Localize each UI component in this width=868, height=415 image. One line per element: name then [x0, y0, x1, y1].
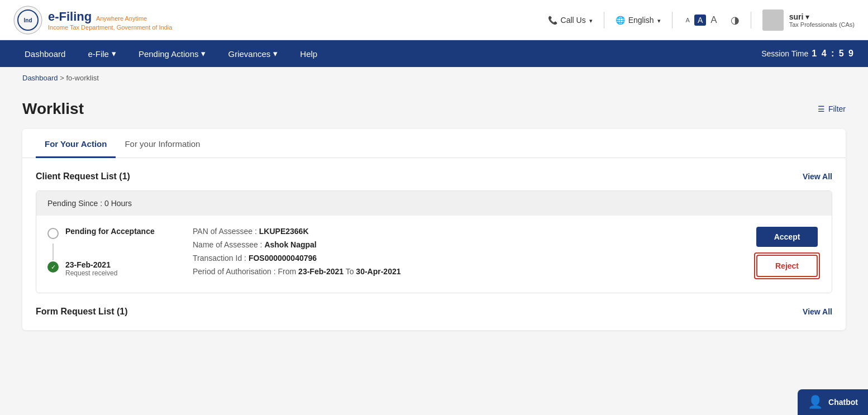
- user-chevron-icon: ▾: [805, 12, 809, 21]
- form-request-title: Form Request List (1): [36, 307, 127, 317]
- client-request-view-all[interactable]: View All: [803, 172, 832, 181]
- nav-efile[interactable]: e-File ▾: [77, 40, 127, 67]
- phone-icon: 📞: [548, 16, 557, 25]
- avatar: [762, 9, 784, 31]
- worklist-card: For Your Action For your Information Cli…: [22, 129, 846, 330]
- nav-grievances[interactable]: Grievances ▾: [217, 40, 289, 67]
- page-title: Worklist: [22, 100, 84, 118]
- grievances-chevron-icon: ▾: [273, 49, 278, 59]
- chatbot-button[interactable]: 👤 Chatbot: [798, 389, 868, 409]
- lang-chevron-icon: [657, 16, 661, 25]
- user-menu[interactable]: suri ▾ Tax Professionals (CAs): [762, 9, 855, 31]
- breadcrumb-current: fo-worklist: [66, 74, 99, 82]
- chatbot-avatar: 👤: [808, 395, 823, 409]
- divider3: [751, 12, 751, 28]
- font-medium-btn[interactable]: A: [694, 15, 706, 26]
- call-us-btn[interactable]: 📞 Call Us: [548, 16, 593, 25]
- timeline-circle-pending: [47, 228, 59, 239]
- name-row: Name of Assessee : Ashok Nagpal: [193, 240, 731, 249]
- user-name: suri: [789, 12, 804, 21]
- call-chevron-icon: [589, 16, 593, 25]
- logo-text: e-Filing Anywhere Anytime Income Tax Dep…: [48, 9, 172, 31]
- tab-for-your-action[interactable]: For Your Action: [36, 129, 116, 158]
- nav-help[interactable]: Help: [289, 40, 328, 67]
- breadcrumb: Dashboard > fo-worklist: [0, 67, 868, 89]
- svg-text:Ind: Ind: [24, 17, 32, 23]
- top-header: Ind e-Filing Anywhere Anytime Income Tax…: [0, 0, 868, 40]
- filter-icon: ☰: [818, 104, 825, 113]
- nav-pending-actions[interactable]: Pending Actions ▾: [127, 40, 217, 67]
- nav-bar: Dashboard e-File ▾ Pending Actions ▾ Gri…: [0, 40, 868, 67]
- client-request-section-header: Client Request List (1) View All: [36, 171, 832, 182]
- action-col: Accept Reject: [753, 227, 821, 282]
- language-selector[interactable]: 🌐 English: [616, 16, 661, 25]
- font-large-btn[interactable]: A: [708, 13, 719, 27]
- timeline-item-done: ✓ 23-Feb-2021 Request received: [47, 260, 170, 277]
- timeline-circle-done: ✓: [47, 261, 59, 273]
- breadcrumb-parent[interactable]: Dashboard: [22, 74, 58, 82]
- txn-row: Transaction Id : FOS000000040796: [193, 254, 731, 263]
- timeline-col: Pending for Acceptance ✓ 23-Feb-2021 Req…: [47, 227, 170, 282]
- pan-row: PAN of Assessee : LKUPE2366K: [193, 227, 731, 236]
- pending-card: Pending Since : 0 Hours Pending for Acce…: [36, 190, 832, 293]
- filter-button[interactable]: ☰ Filter: [818, 104, 846, 113]
- session-timer: Session Time 1 4 : 5 9: [761, 49, 855, 59]
- timeline-sub: Request received: [65, 269, 117, 277]
- emblem-icon: Ind: [13, 6, 42, 35]
- timeline-item-pending: Pending for Acceptance: [47, 227, 170, 239]
- logo-area: Ind e-Filing Anywhere Anytime Income Tax…: [13, 6, 172, 35]
- pending-label: Pending for Acceptance: [65, 227, 155, 236]
- logo-subtitle: Income Tax Department, Government of Ind…: [48, 24, 172, 31]
- pending-since-header: Pending Since : 0 Hours: [36, 191, 832, 216]
- divider2: [672, 12, 673, 28]
- timeline-date: 23-Feb-2021: [65, 260, 117, 269]
- contrast-icon[interactable]: ◑: [731, 14, 740, 26]
- efiling-logo: e-Filing Anywhere Anytime: [48, 9, 172, 24]
- pending-body: Pending for Acceptance ✓ 23-Feb-2021 Req…: [36, 216, 832, 293]
- font-controls: A A A: [684, 13, 719, 27]
- page-title-row: Worklist ☰ Filter: [22, 100, 846, 118]
- globe-icon: 🌐: [616, 16, 625, 25]
- form-request-view-all[interactable]: View All: [803, 307, 832, 316]
- divider: [604, 12, 604, 28]
- timeline-connector: [53, 244, 54, 260]
- efile-chevron-icon: ▾: [112, 49, 116, 59]
- user-role: Tax Professionals (CAs): [789, 21, 855, 28]
- main-content: Worklist ☰ Filter For Your Action For yo…: [0, 89, 868, 409]
- form-request-section-header: Form Request List (1) View All: [36, 307, 832, 317]
- period-row: Period of Authorisation : From 23-Feb-20…: [193, 267, 731, 276]
- info-col: PAN of Assessee : LKUPE2366K Name of Ass…: [193, 227, 731, 282]
- card-body: Client Request List (1) View All Pending…: [22, 158, 846, 330]
- breadcrumb-separator: >: [60, 74, 66, 82]
- client-request-title: Client Request List (1): [36, 171, 130, 182]
- tabs-row: For Your Action For your Information: [22, 129, 846, 158]
- nav-dashboard[interactable]: Dashboard: [13, 40, 77, 67]
- header-controls: 📞 Call Us 🌐 English A A A ◑ suri ▾ Tax: [548, 9, 855, 31]
- reject-wrapper: Reject: [754, 252, 820, 279]
- font-small-btn[interactable]: A: [684, 16, 692, 25]
- tab-for-your-information[interactable]: For your Information: [116, 129, 209, 158]
- reject-button[interactable]: Reject: [756, 255, 818, 277]
- accept-button[interactable]: Accept: [756, 227, 818, 247]
- pending-chevron-icon: ▾: [201, 49, 206, 59]
